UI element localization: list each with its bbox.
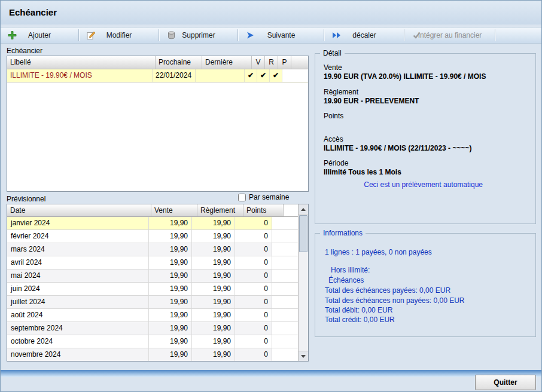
scroll-down-arrow[interactable] xyxy=(299,351,308,361)
cell-date: juin 2024 xyxy=(7,283,149,295)
col-header-derniere[interactable]: Dernière xyxy=(202,56,252,69)
informations-groupbox-title: Informations xyxy=(320,229,366,237)
cell-points: 0 xyxy=(235,283,272,295)
forecast-row[interactable]: septembre 202419,9019,900 xyxy=(7,322,298,335)
cell-date: août 2024 xyxy=(7,309,149,321)
trash-icon xyxy=(167,31,176,40)
cell-derniere xyxy=(196,69,245,82)
detail-groupbox-title: Détail xyxy=(320,49,345,57)
forecast-row[interactable]: mars 202419,9019,900 xyxy=(7,243,298,256)
cell-vente: 19,90 xyxy=(149,335,192,348)
cell-date: juillet 2024 xyxy=(7,296,149,308)
cell-points: 0 xyxy=(235,296,272,308)
col-header-date[interactable]: Date xyxy=(7,204,151,216)
delete-button-label: Supprimer xyxy=(182,31,215,39)
reglement-value: 19.90 EUR - PRELEVEMENT xyxy=(324,97,419,105)
forecast-row[interactable]: février 202419,9019,900 xyxy=(7,230,298,243)
info-total-credit: Total crédit: 0,00 EUR xyxy=(325,316,395,324)
col-header-r[interactable]: R xyxy=(265,56,278,69)
window-title: Echéancier xyxy=(9,7,57,17)
cell-date: mai 2024 xyxy=(7,270,149,282)
vente-value: 19.90 EUR (TVA 20.0%) ILLIMITE - 19.90€ … xyxy=(324,72,486,81)
acces-value: ILLIMITE - 19.90€ / MOIS (22/11/2023 - ~… xyxy=(324,144,471,152)
acces-label: Accès xyxy=(324,135,343,143)
points-label: Points xyxy=(324,112,343,120)
quit-button[interactable]: Quitter xyxy=(475,375,536,390)
title-bar: Echéancier xyxy=(1,1,541,24)
forecast-row[interactable]: mai 202419,9019,900 xyxy=(7,270,298,283)
schedule-table-header: Libellé Prochaine Dernière V R P xyxy=(7,56,308,69)
cell-reglement: 19,90 xyxy=(192,296,235,308)
par-semaine-label: Par semaine xyxy=(249,193,289,201)
periode-value: Illimité Tous les 1 Mois xyxy=(324,168,401,176)
cell-points: 0 xyxy=(235,322,272,335)
par-semaine-checkbox[interactable] xyxy=(238,194,246,201)
cell-prochaine: 22/01/2024 xyxy=(153,69,196,82)
forecast-row[interactable]: octobre 202419,9019,900 xyxy=(7,335,298,348)
forecast-row[interactable]: janvier 202419,9019,900 xyxy=(7,217,298,230)
next-button[interactable]: Suivante xyxy=(239,27,324,43)
col-header-reglement[interactable]: Règlement xyxy=(197,204,243,216)
cell-reglement: 19,90 xyxy=(192,335,235,348)
automatic-debit-link[interactable]: Ceci est un prélèvement automatique xyxy=(364,180,483,189)
cell-points: 0 xyxy=(235,309,272,321)
cell-reglement: 19,90 xyxy=(192,348,235,361)
info-summary: 1 lignes : 1 payées, 0 non payées xyxy=(325,248,432,256)
col-header-points[interactable]: Points xyxy=(243,204,284,216)
cell-v-check: ✔ xyxy=(245,69,257,82)
par-semaine-option: Par semaine xyxy=(238,193,289,201)
scrollbar-thumb[interactable] xyxy=(299,215,307,252)
forecast-section-label: Prévisionnel xyxy=(7,195,45,203)
cell-reglement: 19,90 xyxy=(192,243,235,256)
cell-vente: 19,90 xyxy=(149,243,192,256)
forecast-row[interactable]: novembre 202419,9019,900 xyxy=(7,348,298,361)
integrate-button[interactable]: Intégrer au financier xyxy=(405,27,495,43)
cell-date: novembre 2024 xyxy=(7,348,149,361)
cell-vente: 19,90 xyxy=(149,296,192,308)
cell-libelle: ILLIMITE - 19.90€ / MOIS xyxy=(7,69,153,82)
cell-reglement: 19,90 xyxy=(192,270,235,282)
schedule-row[interactable]: ILLIMITE - 19.90€ / MOIS 22/01/2024 ✔ ✔ … xyxy=(7,69,308,82)
col-header-p[interactable]: P xyxy=(278,56,291,69)
cell-date: février 2024 xyxy=(7,230,149,243)
cell-points: 0 xyxy=(235,256,272,269)
cell-vente: 19,90 xyxy=(149,270,192,282)
col-header-libelle[interactable]: Libellé xyxy=(7,56,156,69)
delete-button[interactable]: Supprimer xyxy=(160,27,237,43)
forecast-row[interactable]: août 202419,9019,900 xyxy=(7,309,298,322)
col-header-vente[interactable]: Vente xyxy=(151,204,197,216)
cell-points: 0 xyxy=(235,348,272,361)
cell-vente: 19,90 xyxy=(149,230,192,243)
scroll-up-arrow[interactable] xyxy=(299,204,308,215)
cell-reglement: 19,90 xyxy=(192,217,235,229)
col-header-v[interactable]: V xyxy=(252,56,265,69)
cell-reglement: 19,90 xyxy=(192,230,235,243)
col-header-prochaine[interactable]: Prochaine xyxy=(156,56,202,69)
edit-button[interactable]: Modifier xyxy=(80,27,159,43)
add-button[interactable]: Ajouter xyxy=(1,27,78,43)
forecast-table-header: Date Vente Règlement Points xyxy=(7,204,308,217)
info-echeances: Échéances xyxy=(328,276,364,284)
forecast-row[interactable]: avril 202419,9019,900 xyxy=(7,256,298,270)
informations-groupbox: Informations 1 lignes : 1 payées, 0 non … xyxy=(315,233,536,337)
shift-button[interactable]: décaler xyxy=(325,27,404,43)
add-button-label: Ajouter xyxy=(28,31,51,39)
check-icon xyxy=(412,31,421,40)
reglement-label: Règlement xyxy=(324,88,358,96)
toolbar-separator xyxy=(495,29,496,41)
cell-vente: 19,90 xyxy=(149,217,192,229)
info-total-paid: Total des échéances payées: 0,00 EUR xyxy=(325,286,450,295)
cell-date: octobre 2024 xyxy=(7,335,149,348)
cell-reglement: 19,90 xyxy=(192,256,235,269)
triangle-up-icon xyxy=(301,208,306,211)
cell-vente: 19,90 xyxy=(149,322,192,335)
info-hors-illimite: Hors illimité: xyxy=(331,266,370,274)
cell-date: janvier 2024 xyxy=(7,217,149,229)
toolbar: Ajouter Modifier Supprimer Suivante xyxy=(1,27,541,44)
cell-vente: 19,90 xyxy=(149,256,192,269)
triangle-down-icon xyxy=(301,355,306,358)
forecast-row[interactable]: juin 202419,9019,900 xyxy=(7,283,298,296)
cell-vente: 19,90 xyxy=(149,348,192,361)
forecast-row[interactable]: juillet 202419,9019,900 xyxy=(7,296,298,309)
vertical-scrollbar[interactable] xyxy=(298,204,308,361)
